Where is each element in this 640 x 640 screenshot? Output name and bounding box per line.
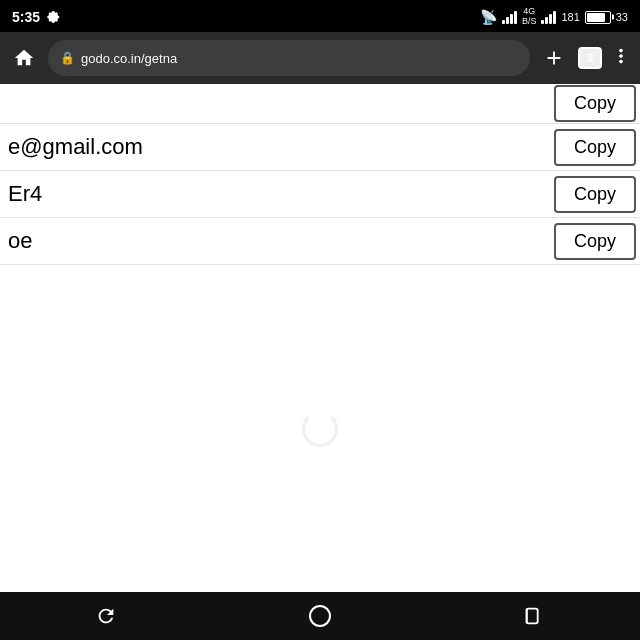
battery-indicator: [585, 11, 611, 24]
lock-icon: 🔒: [60, 51, 75, 65]
status-left: 5:35: [12, 9, 60, 25]
svg-point-0: [310, 606, 330, 626]
copy-name-button[interactable]: Copy: [554, 223, 636, 260]
battery-percent: 33: [616, 11, 628, 23]
loading-area: [0, 265, 640, 592]
recents-nav-button[interactable]: [503, 597, 565, 635]
table-row: Copy: [0, 84, 640, 124]
system-nav-bar: [0, 592, 640, 640]
copy-email-button[interactable]: Copy: [554, 129, 636, 166]
table-row: oe Copy: [0, 218, 640, 265]
recents-icon: [523, 605, 545, 627]
data-speed: 4G B/S: [522, 7, 537, 27]
url-text: godo.co.in/getna: [81, 51, 518, 66]
email-value: e@gmail.com: [0, 124, 550, 170]
table-row: Er4 Copy: [0, 171, 640, 218]
status-right: 📡 4G B/S 181 33: [480, 7, 628, 27]
home-circle-icon: [308, 604, 332, 628]
name-value: oe: [0, 218, 550, 264]
home-icon: [13, 47, 35, 69]
table-row: e@gmail.com Copy: [0, 124, 640, 171]
menu-button[interactable]: [610, 45, 632, 72]
tab-count-button[interactable]: 3: [578, 47, 602, 69]
cast-icon: 📡: [480, 9, 497, 25]
gear-icon: [46, 10, 60, 24]
field-value-partial: [0, 98, 550, 110]
status-bar: 5:35 📡 4G B/S 181 3: [0, 0, 640, 32]
home-nav-button[interactable]: [288, 596, 352, 636]
password-value: Er4: [0, 171, 550, 217]
new-tab-button[interactable]: [538, 42, 570, 74]
battery-level: 181: [561, 11, 579, 23]
more-icon: [610, 45, 632, 67]
add-icon: [543, 47, 565, 69]
browser-toolbar: 🔒 godo.co.in/getna 3: [0, 32, 640, 84]
copy-password-button[interactable]: Copy: [554, 176, 636, 213]
svg-rect-1: [526, 609, 537, 624]
copy-button-partial[interactable]: Copy: [554, 85, 636, 122]
loading-spinner: [302, 411, 338, 447]
home-button[interactable]: [8, 42, 40, 74]
address-bar[interactable]: 🔒 godo.co.in/getna: [48, 40, 530, 76]
back-icon: [95, 605, 117, 627]
lte-signal-bars: [502, 10, 517, 24]
time-display: 5:35: [12, 9, 40, 25]
wifi-signal-bars: [541, 10, 556, 24]
data-rows-area: Copy e@gmail.com Copy Er4 Copy oe Copy: [0, 84, 640, 265]
back-nav-button[interactable]: [75, 597, 137, 635]
page-content: Copy e@gmail.com Copy Er4 Copy oe Copy: [0, 84, 640, 592]
